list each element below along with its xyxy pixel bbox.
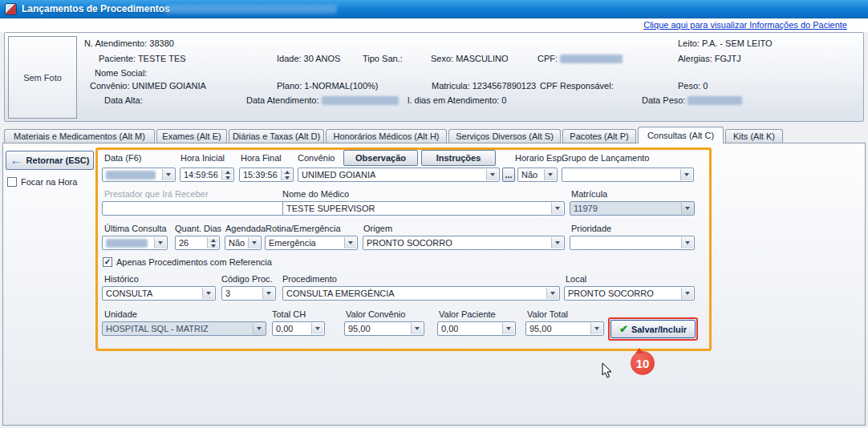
spinner-buttons-icon[interactable]: [207, 237, 218, 248]
horario-esp-label: Horario Esp.: [515, 153, 564, 163]
convenio-ellipsis-button[interactable]: ...: [502, 168, 515, 182]
historico-value: CONSULTA: [106, 289, 152, 298]
tab-servicos-diversos[interactable]: Serviços Diversos (Alt S): [448, 129, 561, 143]
atendimento-field: N. Atendimento: 38380: [84, 38, 174, 48]
data-atendimento-label: Data Atendimento:: [246, 95, 319, 105]
chevron-down-icon[interactable]: [248, 237, 260, 248]
salvar-incluir-button[interactable]: ✔ Salvar/Incluir: [610, 320, 696, 338]
prestador-select[interactable]: [102, 201, 296, 216]
nome-medico-select[interactable]: TESTE SUPERVISOR: [282, 201, 565, 216]
salvar-incluir-label: Salvar/Incluir: [631, 325, 687, 334]
historico-select[interactable]: CONSULTA: [102, 286, 216, 301]
local-label: Local: [566, 274, 586, 284]
valor-paciente-select[interactable]: 0,00: [437, 321, 516, 336]
spinner-buttons-icon[interactable]: [281, 169, 292, 180]
tab-honorarios-medicos[interactable]: Honorários Médicos (Alt H): [326, 129, 447, 143]
codigo-proc-select[interactable]: 3: [221, 286, 276, 301]
chevron-down-icon[interactable]: [551, 237, 563, 248]
chevron-down-icon[interactable]: [411, 323, 423, 334]
valor-total-select[interactable]: 95,00: [525, 321, 604, 336]
chevron-down-icon[interactable]: [202, 288, 214, 299]
hora-inicial-value: 14:59:56: [184, 170, 218, 180]
apenas-referencia-checkbox[interactable]: ✓ Apenas Procedimentos com Referencia: [103, 257, 272, 267]
chevron-down-icon[interactable]: [546, 288, 558, 299]
chevron-down-icon[interactable]: [551, 203, 563, 214]
chevron-down-icon[interactable]: [311, 323, 323, 334]
hora-inicial-spinner[interactable]: 14:59:56: [180, 168, 234, 182]
save-button-highlight: ✔ Salvar/Incluir: [608, 317, 698, 341]
prioridade-select[interactable]: [570, 236, 695, 250]
tab-consultas[interactable]: Consultas (Alt C): [638, 127, 724, 143]
origem-select[interactable]: PRONTO SOCORRO: [363, 236, 565, 250]
tipo-san-field: Tipo San.:: [363, 54, 405, 63]
title-bar[interactable]: Lançamentos de Procedimentos: [0, 0, 868, 18]
data-f6-select[interactable]: [102, 168, 176, 182]
cpf-redacted-value: [560, 55, 623, 63]
prioridade-label: Prioridade: [571, 224, 611, 233]
matricula-info-field: Matricula: 1234567890123: [432, 81, 536, 91]
chevron-down-icon[interactable]: [502, 323, 514, 334]
chevron-down-icon[interactable]: [590, 323, 602, 334]
ultima-consulta-redacted-value: [106, 239, 148, 248]
agendada-select[interactable]: Não: [225, 236, 262, 250]
tab-label: Honorários Médicos (Alt H): [333, 131, 439, 141]
ellipsis-label: ...: [505, 170, 512, 180]
sexo-field: Sexo: MASCULINO: [431, 54, 509, 63]
chevron-down-icon[interactable]: [344, 237, 356, 248]
convenio-info-field: Convênio: UNIMED GOIANIA: [90, 81, 206, 91]
patient-info-link[interactable]: Clique aqui para visualizar Informações …: [643, 20, 847, 30]
procedimento-select[interactable]: CONSULTA EMERGÊNCIA: [282, 286, 560, 301]
local-select[interactable]: PRONTO SOCORRO: [564, 286, 695, 301]
atendimento-value: 38380: [149, 38, 174, 48]
idade-field: Idade: 30 ANOS: [277, 54, 340, 63]
chevron-down-icon[interactable]: [486, 169, 498, 180]
data-f6-label: Data (F6): [104, 153, 141, 163]
total-ch-select[interactable]: 0,00: [272, 321, 325, 336]
tab-diarias-e-taxas[interactable]: Diárias e Taxas (Alt D): [229, 129, 324, 143]
convenio-select[interactable]: UNIMED GOIANIA: [298, 168, 500, 182]
quant-dias-label: Quant. Dias: [175, 224, 221, 233]
tab-pacotes[interactable]: Pacotes (Alt P): [562, 129, 636, 143]
agendada-value: Não: [229, 238, 245, 248]
chevron-down-icon[interactable]: [154, 237, 166, 248]
tab-exames[interactable]: Exames (Alt E): [156, 129, 227, 143]
valor-paciente-value: 0,00: [441, 324, 458, 333]
focar-na-hora-checkbox[interactable]: Focar na Hora: [7, 177, 77, 187]
matricula-select: 11979: [570, 201, 695, 216]
chevron-down-icon[interactable]: [680, 169, 692, 180]
quant-dias-spinner[interactable]: 26: [175, 236, 220, 250]
chevron-down-icon: [253, 323, 265, 334]
codigo-proc-label: Código Proc.: [221, 274, 273, 284]
cpf-responsavel-label: CPF Responsável:: [540, 81, 614, 91]
alergias-field: Alergias: FGJTJ: [678, 54, 741, 63]
valor-convenio-value: 95,00: [348, 324, 371, 333]
instrucoes-label: Instruções: [436, 153, 481, 163]
tab-materiais-e-medicamentos[interactable]: Materiais e Medicamentos (Alt M): [4, 129, 155, 143]
valor-convenio-label: Valor Convênio: [346, 309, 405, 319]
unidade-select: HOSPITAL SQL - MATRIZ: [102, 321, 266, 336]
horario-esp-select[interactable]: Não: [517, 168, 558, 182]
observacao-button[interactable]: Observação: [343, 150, 418, 166]
retornar-button[interactable]: ← Retornar (ESC): [6, 151, 94, 170]
cpf-label: CPF:: [537, 54, 558, 63]
grupo-lancamento-select[interactable]: [562, 168, 694, 182]
chevron-down-icon[interactable]: [262, 288, 274, 299]
chevron-down-icon[interactable]: [681, 237, 693, 248]
spinner-buttons-icon[interactable]: [221, 169, 233, 180]
chevron-down-icon[interactable]: [681, 288, 693, 299]
chevron-down-icon[interactable]: [544, 169, 556, 180]
valor-convenio-select[interactable]: 95,00: [344, 321, 424, 336]
historico-label: Histórico: [104, 274, 139, 284]
rotina-emergencia-select[interactable]: Emergência: [265, 236, 358, 250]
instrucoes-button[interactable]: Instruções: [421, 150, 496, 166]
ultima-consulta-select[interactable]: [102, 236, 168, 250]
alergias-value: FGJTJ: [715, 54, 741, 63]
chevron-down-icon[interactable]: [162, 169, 174, 180]
tab-kits[interactable]: Kits (Alt K): [725, 129, 783, 143]
photo-label: Sem Foto: [23, 73, 62, 83]
tab-label: Diárias e Taxas (Alt D): [233, 131, 320, 141]
agendada-label: Agendada: [225, 224, 266, 233]
paciente-label: Paciente:: [99, 54, 136, 63]
total-ch-label: Total CH: [272, 309, 306, 319]
hora-final-spinner[interactable]: 15:39:56: [239, 168, 294, 182]
